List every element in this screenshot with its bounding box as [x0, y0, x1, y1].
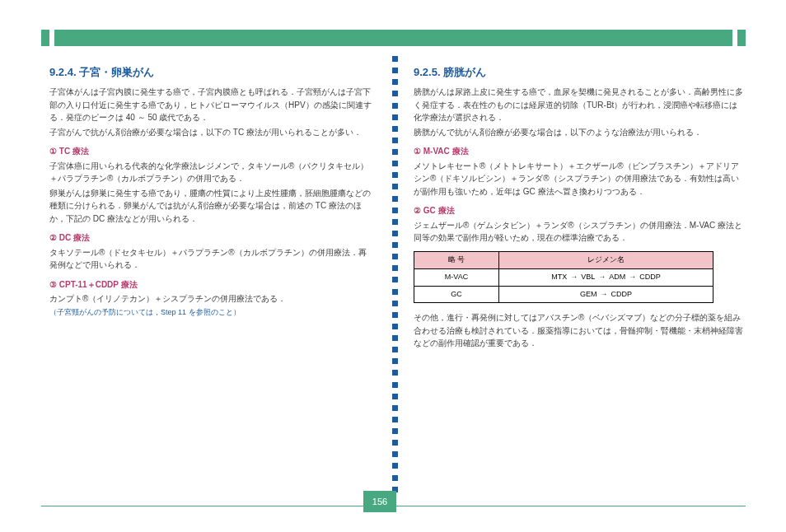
left-regimen-2-title: ② DC 療法 [49, 231, 374, 245]
left-regimen-1-title: ① TC 療法 [49, 145, 374, 158]
left-column: 9.2.4. 子宮・卵巣がん 子宮体がんは子宮内膜に発生する癌で，子宮内膜癌とも… [49, 64, 374, 320]
arrow-icon: → [595, 273, 609, 281]
drug: VBL [581, 273, 595, 281]
table-cell-regimen-0: MTX→VBL→ADM→CDDP [499, 268, 713, 286]
left-regimen-2-body: タキソテール®（ドセタキセル）＋パラプラチン®（カルボプラチン）の併用療法．再発… [49, 246, 374, 272]
drug: GEM [580, 290, 597, 298]
drug: MTX [551, 273, 567, 281]
arrow-icon: → [625, 273, 639, 281]
right-column: 9.2.5. 膀胱がん 膀胱がんは尿路上皮に発生する癌で，血尿を契機に発見される… [414, 64, 743, 352]
top-bar-seg-mid [54, 30, 732, 46]
table-cell-regimen-1: GEM→CDDP [499, 286, 713, 303]
right-regimen-2-title: ② GC 療法 [414, 204, 743, 217]
right-section-title: 9.2.5. 膀胱がん [414, 64, 743, 81]
page-number-badge: 156 [363, 491, 396, 512]
drug: ADM [609, 273, 625, 281]
left-regimen-1-body: 子宮体癌に用いられる代表的な化学療法レジメンで，タキソール®（パクリタキセル）＋… [49, 160, 374, 185]
right-paragraph-2: 膀胱がんで抗がん剤治療が必要な場合は，以下のような治療法が用いられる． [414, 126, 743, 139]
top-bar-seg-right [737, 30, 746, 46]
left-regimen-3-title: ③ CPT-11＋CDDP 療法 [49, 278, 374, 292]
left-crossref: （子宮頸がんの予防については，Step 11 を参照のこと） [49, 307, 374, 319]
table-cell-abbr-1: GC [414, 286, 499, 303]
table-row: GC GEM→CDDP [414, 286, 713, 303]
right-regimen-1-title: ① M-VAC 療法 [414, 145, 743, 158]
drug: CDDP [639, 273, 661, 281]
left-regimen-3-body: カンプト®（イリノテカン）＋シスプラチンの併用療法である． [49, 292, 374, 306]
right-regimen-1-body: メソトレキセート®（メトトレキサート）＋エクザール®（ビンブラスチン）＋アドリア… [414, 160, 743, 198]
table-header-row: 略 号 レジメン名 [414, 251, 713, 268]
table-row: M-VAC MTX→VBL→ADM→CDDP [414, 268, 713, 286]
regimen-table: 略 号 レジメン名 M-VAC MTX→VBL→ADM→CDDP GC GEM→… [414, 251, 713, 304]
table-header-regimen: レジメン名 [499, 251, 713, 268]
right-paragraph-1: 膀胱がんは尿路上皮に発生する癌で，血尿を契機に発見されることが多い．高齢男性に多… [414, 86, 743, 124]
left-paragraph-2: 子宮がんで抗がん剤治療が必要な場合は，以下の TC 療法が用いられることが多い． [49, 126, 374, 139]
drug: CDDP [611, 290, 633, 298]
arrow-icon: → [567, 273, 581, 281]
table-header-abbr: 略 号 [414, 251, 499, 268]
column-divider [391, 56, 399, 492]
table-cell-abbr-0: M-VAC [414, 268, 499, 286]
right-after-table: その他，進行・再発例に対してはアバスチン®（ベバシズマブ）などの分子標的薬を組み… [414, 311, 743, 350]
right-regimen-2-body: ジェムザール®（ゲムシタビン）＋ランダ®（シスプラチン）の併用療法．M-VAC … [414, 219, 743, 245]
page: 9.2.4. 子宮・卵巣がん 子宮体がんは子宮内膜に発生する癌で，子宮内膜癌とも… [0, 0, 786, 532]
left-paragraph-3: 卵巣がんは卵巣に発生する癌であり，腫瘍の性質により上皮性腫瘍，胚細胞腫瘍などの種… [49, 187, 374, 226]
top-bar [41, 30, 746, 46]
left-paragraph-1: 子宮体がんは子宮内膜に発生する癌で，子宮内膜癌とも呼ばれる．子宮頸がんは子宮下部… [49, 86, 374, 124]
arrow-icon: → [597, 290, 611, 298]
left-section-title: 9.2.4. 子宮・卵巣がん [49, 64, 374, 81]
top-bar-seg-left [41, 30, 49, 46]
